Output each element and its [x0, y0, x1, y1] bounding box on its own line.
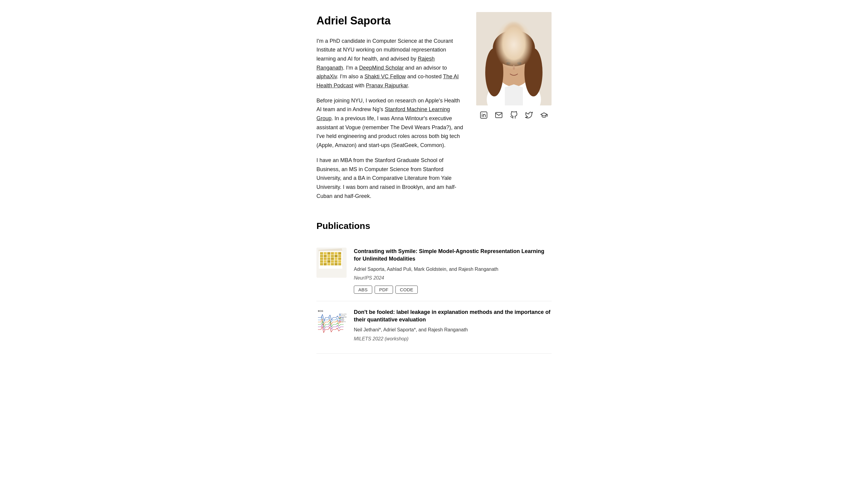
pub-thumbnail-1 — [316, 248, 347, 278]
svg-rect-46 — [316, 308, 347, 338]
svg-rect-45 — [338, 263, 341, 265]
svg-rect-20 — [320, 263, 323, 265]
pub-authors-1: Adriel Saporta, Aahlad Puli, Mark Goldst… — [354, 265, 552, 273]
svg-rect-41 — [338, 252, 341, 255]
publication-card-1: Contrasting with Symile: Simple Model-Ag… — [316, 240, 552, 301]
svg-rect-0 — [476, 12, 552, 105]
link-shakti[interactable]: Shakti VC Fellow — [364, 73, 406, 79]
svg-rect-40 — [335, 263, 338, 265]
svg-rect-26 — [327, 252, 330, 255]
svg-rect-18 — [320, 258, 323, 260]
svg-rect-37 — [335, 255, 338, 257]
pub-thumb-svg-2: ECG — [316, 308, 347, 338]
svg-rect-38 — [335, 258, 338, 260]
svg-point-6 — [524, 48, 542, 96]
svg-rect-27 — [327, 255, 330, 257]
linkedin-icon[interactable] — [479, 110, 489, 120]
email-icon[interactable] — [494, 110, 504, 120]
publications-section: Publications — [316, 219, 552, 354]
github-icon[interactable] — [509, 110, 519, 120]
pub-buttons-1: ABS PDF CODE — [354, 286, 552, 294]
profile-photo-svg — [476, 12, 552, 105]
svg-rect-25 — [324, 263, 327, 265]
bio-text-final: . — [408, 83, 409, 89]
svg-point-4 — [493, 30, 535, 66]
svg-rect-21 — [324, 252, 327, 255]
pub-btn-pdf-1[interactable]: PDF — [375, 286, 393, 294]
svg-rect-2 — [509, 72, 519, 87]
pub-thumb-svg-1 — [316, 248, 347, 278]
pub-btn-code-1[interactable]: CODE — [396, 286, 418, 294]
svg-text:Saliency: Saliency — [341, 321, 346, 322]
svg-rect-43 — [338, 258, 341, 260]
bio-text-column: Adriel Saporta I'm a PhD candidate in Co… — [316, 12, 464, 207]
link-deepmind-scholar[interactable]: DeepMind Scholar — [359, 65, 404, 71]
pub-venue-1: NeurIPS 2024 — [354, 274, 552, 282]
svg-rect-34 — [331, 260, 334, 263]
link-pranav-rajpurkar[interactable]: Pranav Rajpurkar — [366, 83, 408, 89]
svg-rect-19 — [320, 260, 323, 263]
svg-rect-53 — [339, 321, 341, 322]
svg-rect-42 — [338, 255, 341, 257]
svg-rect-33 — [331, 258, 334, 260]
svg-point-3 — [494, 40, 533, 87]
svg-rect-16 — [320, 252, 323, 255]
svg-rect-39 — [335, 260, 338, 263]
bio-text-mid4: and co-hosted — [406, 73, 443, 79]
svg-rect-35 — [331, 263, 334, 265]
svg-rect-22 — [324, 255, 327, 257]
svg-rect-30 — [327, 263, 330, 265]
svg-rect-24 — [324, 260, 327, 263]
profile-photo — [476, 12, 552, 105]
svg-rect-49 — [339, 315, 341, 316]
bio-text-mid2: and an advisor to — [404, 65, 447, 71]
svg-point-8 — [517, 62, 521, 65]
pub-thumbnail-2: ECG — [316, 308, 347, 338]
publications-title: Publications — [316, 219, 552, 233]
pub-venue-2: MILETS 2022 (workshop) — [354, 335, 552, 343]
svg-rect-50 — [339, 317, 341, 318]
bio-section: Adriel Saporta I'm a PhD candidate in Co… — [316, 12, 552, 207]
svg-point-1 — [487, 78, 541, 105]
bio-text-p2-rest: . In a previous life, I was Anna Wintour… — [316, 116, 463, 148]
pub-title-1: Contrasting with Symile: Simple Model-Ag… — [354, 248, 552, 263]
svg-rect-48 — [339, 314, 341, 315]
svg-rect-31 — [331, 252, 334, 255]
publication-card-2: ECG — [316, 301, 552, 354]
svg-rect-36 — [335, 252, 338, 255]
svg-point-7 — [506, 62, 510, 65]
page-title: Adriel Saporta — [316, 12, 464, 30]
svg-rect-32 — [331, 255, 334, 257]
pub-details-1: Contrasting with Symile: Simple Model-Ag… — [354, 248, 552, 294]
twitter-icon[interactable] — [524, 110, 534, 120]
link-alphaxiv[interactable]: alphaXiv — [316, 73, 337, 79]
bio-paragraph-2: Before joining NYU, I worked on research… — [316, 96, 464, 150]
bio-text-end: with — [353, 83, 366, 89]
social-icons-row — [479, 110, 549, 120]
pub-details-2: Don't be fooled: label leakage in explan… — [354, 308, 552, 347]
pub-btn-abs-1[interactable]: ABS — [354, 286, 372, 294]
pub-authors-2: Neil Jethani*, Adriel Saporta*, and Raje… — [354, 326, 552, 334]
svg-rect-51 — [339, 318, 341, 319]
bio-image-column — [476, 12, 552, 207]
svg-text:ECG: ECG — [318, 310, 323, 313]
page-container: Adriel Saporta I'm a PhD candidate in Co… — [310, 0, 558, 366]
svg-rect-28 — [327, 258, 330, 260]
svg-rect-17 — [320, 255, 323, 257]
pub-title-2: Don't be fooled: label leakage in explan… — [354, 308, 552, 324]
bio-text-mid1: . I'm a — [343, 65, 359, 71]
scholar-icon[interactable] — [539, 110, 549, 120]
svg-rect-52 — [339, 320, 341, 321]
svg-rect-29 — [327, 260, 330, 263]
svg-point-5 — [485, 48, 503, 96]
bio-paragraph-1: I'm a PhD candidate in Computer Science … — [316, 37, 464, 90]
svg-rect-44 — [338, 260, 341, 263]
bio-text-mid3: . I'm also a — [337, 73, 364, 79]
bio-paragraph-3: I have an MBA from the Stanford Graduate… — [316, 156, 464, 201]
svg-rect-23 — [324, 258, 327, 260]
